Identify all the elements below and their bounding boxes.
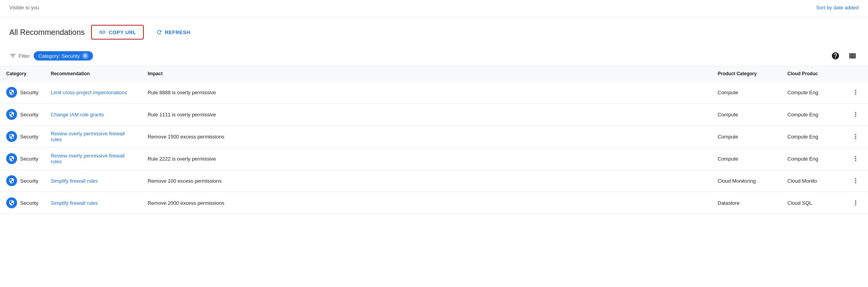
cell-actions-3 (843, 148, 868, 170)
cell-actions-2 (843, 126, 868, 148)
recommendations-table: Category Recommendation Impact Product C… (0, 66, 868, 214)
cell-product-category-4: Cloud Monitoring (711, 170, 781, 192)
cell-recommendation-3: Review overly permissive firewall rules (45, 148, 141, 170)
cell-cloud-product-1: Compute Eng (781, 104, 843, 126)
right-icons-group (829, 50, 859, 62)
visible-to-you-label: Visible to you (9, 5, 39, 10)
section-header: All Recommendations COPY URL REFRESH (9, 25, 859, 40)
cell-actions-5 (843, 192, 868, 214)
security-icon-4 (6, 175, 17, 186)
help-button[interactable] (829, 50, 842, 62)
cell-product-category-2: Compute (711, 126, 781, 148)
cell-impact-0: Rule 8888 is overly permissive (141, 81, 711, 104)
filter-chip-security: Category: Security ✕ (34, 51, 93, 61)
security-icon-1 (6, 109, 17, 120)
col-header-recommendation: Recommendation (45, 66, 141, 81)
help-icon (831, 52, 840, 60)
more-actions-button-5[interactable] (849, 197, 862, 209)
security-icon-3 (6, 153, 17, 164)
filter-text: Filter (19, 53, 30, 59)
table-row: Security Limit cross-project impersonati… (0, 81, 868, 104)
more-actions-button-4[interactable] (849, 175, 862, 187)
cell-category-text-2: Security (20, 134, 38, 140)
cell-product-category-1: Compute (711, 104, 781, 126)
cell-impact-3: Rule 2222 is overly permissive (141, 148, 711, 170)
filter-bar: Filter Category: Security ✕ (0, 46, 868, 66)
cell-product-category-3: Compute (711, 148, 781, 170)
columns-button[interactable] (846, 50, 859, 62)
cell-category-text-3: Security (20, 156, 38, 162)
cell-category-text-4: Security (20, 178, 38, 184)
cell-product-category-5: Datastore (711, 192, 781, 214)
refresh-button[interactable]: REFRESH (150, 26, 196, 38)
recommendation-link-0[interactable]: Limit cross-project impersonations (51, 90, 127, 95)
columns-icon (848, 52, 857, 60)
table-row: Security Change IAM role grants Rule 111… (0, 104, 868, 126)
cell-recommendation-4: Simplify firewall rules (45, 170, 141, 192)
copy-url-label: COPY URL (109, 29, 136, 35)
copy-url-button[interactable]: COPY URL (91, 25, 144, 40)
cell-category-2: Security (0, 126, 45, 148)
cell-category-3: Security (0, 148, 45, 170)
recommendation-link-3[interactable]: Review overly permissive firewall rules (51, 153, 125, 164)
cell-category-5: Security (0, 192, 45, 214)
top-bar: Visible to you Sort by date added (0, 0, 868, 17)
cell-recommendation-2: Review overly permissive firewall rules (45, 126, 141, 148)
cell-cloud-product-3: Compute Eng (781, 148, 843, 170)
cell-impact-2: Remove 1500 excess permissions (141, 126, 711, 148)
cell-category-4: Security (0, 170, 45, 192)
col-header-impact: Impact (141, 66, 711, 81)
cell-recommendation-5: Simplify firewall rules (45, 192, 141, 214)
cell-impact-1: Rule 1111 is overly permissive (141, 104, 711, 126)
table-body: Security Limit cross-project impersonati… (0, 81, 868, 214)
filter-icon (9, 52, 16, 59)
recommendation-link-1[interactable]: Change IAM role grants (51, 112, 104, 118)
refresh-icon (156, 29, 162, 35)
cell-category-text-5: Security (20, 200, 38, 206)
filter-chip-label: Category: Security (38, 53, 80, 59)
cell-category-1: Security (0, 104, 45, 126)
col-header-product-category: Product Category (711, 66, 781, 81)
cell-cloud-product-4: Cloud Monito (781, 170, 843, 192)
cell-impact-4: Remove 100 excess permissions (141, 170, 711, 192)
col-header-actions (843, 66, 868, 81)
cell-recommendation-0: Limit cross-project impersonations (45, 81, 141, 104)
security-icon-2 (6, 131, 17, 142)
cell-actions-4 (843, 170, 868, 192)
cell-cloud-product-2: Compute Eng (781, 126, 843, 148)
recommendation-link-4[interactable]: Simplify firewall rules (51, 178, 98, 184)
security-icon-5 (6, 197, 17, 208)
recommendation-link-5[interactable]: Simplify firewall rules (51, 200, 98, 206)
cell-category-text-0: Security (20, 90, 38, 95)
cell-impact-5: Remove 2000 excess permissions (141, 192, 711, 214)
col-header-category: Category (0, 66, 45, 81)
cell-recommendation-1: Change IAM role grants (45, 104, 141, 126)
cell-actions-1 (843, 104, 868, 126)
cell-cloud-product-5: Cloud SQL (781, 192, 843, 214)
col-header-cloud-product: Cloud Produc (781, 66, 843, 81)
cell-cloud-product-0: Compute Eng (781, 81, 843, 104)
cell-product-category-0: Compute (711, 81, 781, 104)
more-actions-button-3[interactable] (849, 152, 862, 165)
refresh-label: REFRESH (165, 29, 190, 35)
more-actions-button-2[interactable] (849, 130, 862, 143)
table-row: Security Review overly permissive firewa… (0, 148, 868, 170)
link-icon (99, 29, 106, 36)
sort-by-date-link[interactable]: Sort by date added (816, 5, 859, 10)
table-row: Security Review overly permissive firewa… (0, 126, 868, 148)
filter-label-container: Filter (9, 52, 30, 59)
table-header: Category Recommendation Impact Product C… (0, 66, 868, 81)
section-title: All Recommendations (9, 28, 85, 37)
recommendations-section: All Recommendations COPY URL REFRESH (0, 17, 868, 40)
remove-filter-button[interactable]: ✕ (82, 53, 88, 59)
recommendation-link-2[interactable]: Review overly permissive firewall rules (51, 131, 125, 142)
recommendations-table-container: Category Recommendation Impact Product C… (0, 66, 868, 214)
cell-category-0: Security (0, 81, 45, 104)
more-actions-button-1[interactable] (849, 108, 862, 121)
table-row: Security Simplify firewall rules Remove … (0, 192, 868, 214)
more-actions-button-0[interactable] (849, 86, 862, 99)
cell-category-text-1: Security (20, 112, 38, 118)
security-icon-0 (6, 87, 17, 98)
cell-actions-0 (843, 81, 868, 104)
table-row: Security Simplify firewall rules Remove … (0, 170, 868, 192)
